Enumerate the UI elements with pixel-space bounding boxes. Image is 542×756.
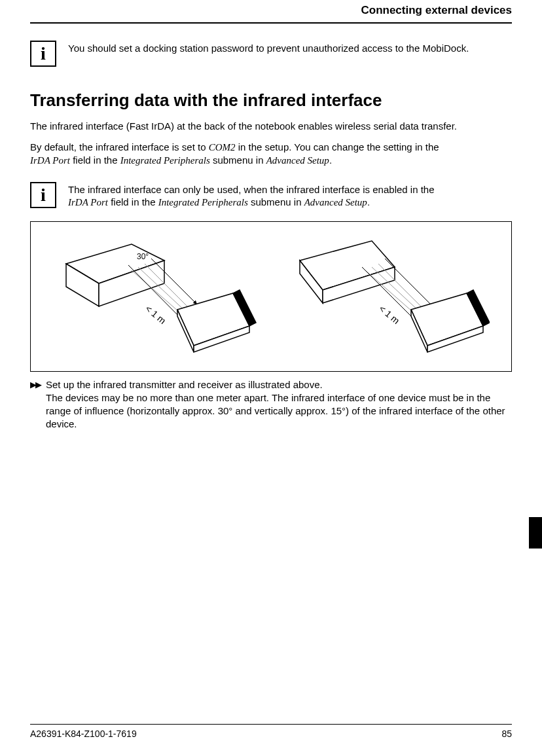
paragraph-1: The infrared interface (Fast IrDA) at th… (30, 120, 512, 133)
text: . (367, 196, 370, 207)
svg-line-15 (378, 264, 424, 310)
text: submenu in (210, 154, 266, 166)
distance-label: < 1 m (377, 303, 401, 326)
text: The infrared interface can only be used,… (68, 184, 435, 195)
advanced-setup-label: Advanced Setup (304, 197, 367, 207)
doc-id: A26391-K84-Z100-1-7619 (30, 729, 137, 739)
info-text: You should set a docking station passwor… (68, 41, 512, 55)
info-icon: i (30, 182, 56, 208)
text: By default, the infrared interface is se… (30, 141, 209, 153)
ir-diagram-right: < 1 m (280, 231, 490, 362)
text: field in the (70, 154, 120, 166)
step-marker-icon: ▶▶ (30, 378, 46, 389)
integrated-peripherals-label: Integrated Peripherals (120, 155, 210, 166)
page-number: 85 (501, 729, 512, 739)
paragraph-2: By default, the infrared interface is se… (30, 141, 512, 168)
irda-port-label: IrDA Port (68, 197, 108, 207)
thumb-index-tab (529, 517, 542, 549)
setup-illustration: 30° < 1 m (30, 221, 512, 372)
info-note-2: i The infrared interface can only be use… (30, 182, 512, 209)
text: field in the (108, 196, 158, 207)
info-text: The infrared interface can only be used,… (68, 182, 512, 209)
instruction-step: ▶▶ Set up the infrared transmitter and r… (30, 378, 512, 431)
text: in the setup. You can change the setting… (236, 141, 439, 153)
running-header: Connecting external devices (30, 0, 512, 24)
page-footer: A26391-K84-Z100-1-7619 85 (30, 724, 512, 739)
angle-label: 30° (137, 252, 149, 261)
distance-label: < 1 m (143, 303, 168, 326)
com-port: COM2 (209, 142, 236, 153)
info-note-1: i You should set a docking station passw… (30, 41, 512, 67)
ir-diagram-left: 30° < 1 m (53, 231, 262, 362)
info-icon: i (30, 41, 56, 67)
instruction-text: Set up the infrared transmitter and rece… (46, 378, 512, 431)
section-heading: Transferring data with the infrared inte… (30, 90, 512, 111)
irda-port-label: IrDA Port (30, 155, 70, 166)
text: . (329, 154, 332, 166)
advanced-setup-label: Advanced Setup (266, 155, 329, 166)
svg-line-14 (372, 267, 421, 313)
integrated-peripherals-label: Integrated Peripherals (158, 197, 248, 207)
text: submenu in (248, 196, 304, 207)
